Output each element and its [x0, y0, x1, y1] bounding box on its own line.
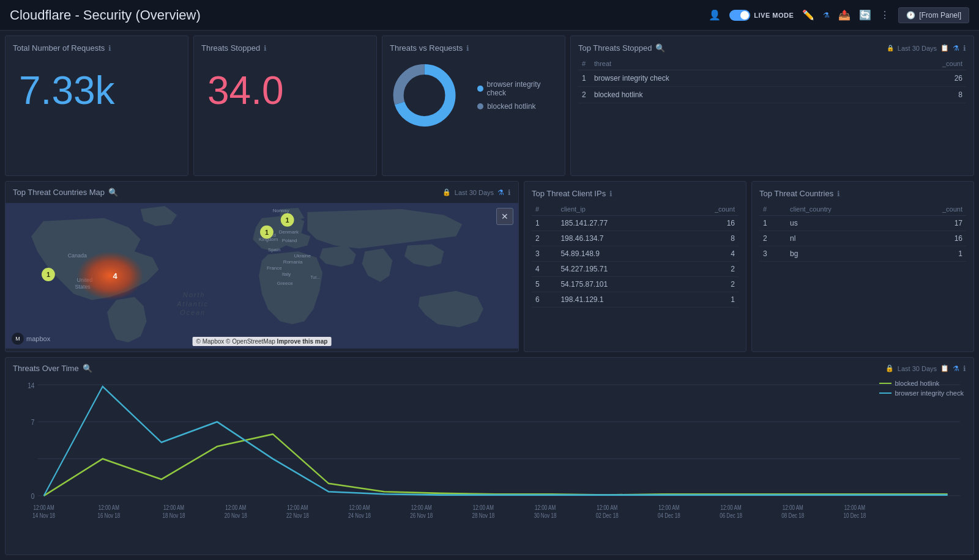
share-icon[interactable]: 📤: [838, 9, 851, 21]
top-threats-copy-icon[interactable]: 📋: [940, 44, 949, 52]
svg-text:10 Dec 18: 10 Dec 18: [843, 512, 866, 519]
map-title: Top Threat Countries Map: [13, 188, 105, 197]
threat-name: blocked hotlink: [590, 87, 872, 103]
ip-address: 54.175.87.101: [557, 277, 677, 292]
table-row: 4 54.227.195.71 2: [532, 262, 739, 277]
countries-panel: Top Threat Countries ℹ # client_country …: [751, 181, 974, 352]
ip-count: 2: [677, 277, 739, 292]
table-row: 2 blocked hotlink 8: [578, 87, 966, 103]
browser-legend-line: [879, 392, 892, 394]
country-count: 16: [901, 231, 966, 246]
top-threats-filter-icon[interactable]: ⚗: [953, 44, 959, 53]
row-num: 4: [532, 262, 557, 277]
improve-map-link[interactable]: Improve this map: [277, 338, 328, 345]
svg-text:Canada: Canada: [68, 252, 87, 259]
svg-text:18 Nov 18: 18 Nov 18: [163, 512, 185, 519]
threats-stopped-info-icon[interactable]: ℹ: [264, 44, 267, 53]
ip-address: 54.89.148.9: [557, 246, 677, 262]
svg-text:Poland: Poland: [282, 238, 297, 243]
top-threats-panel: Top Threats Stopped 🔍 🔒 Last 30 Days 📋 ⚗…: [570, 35, 974, 176]
total-requests-info-icon[interactable]: ℹ: [108, 44, 111, 53]
svg-text:Tur...: Tur...: [310, 275, 320, 279]
country-code: us: [786, 216, 901, 231]
map-close-button[interactable]: ✕: [496, 208, 513, 225]
time-filter-button[interactable]: 🕐 [From Panel]: [898, 7, 969, 23]
mapbox-logo: M mapbox: [12, 333, 50, 345]
map-filter-icon[interactable]: ⚗: [497, 188, 504, 197]
svg-text:1: 1: [286, 216, 289, 224]
refresh-icon[interactable]: 🔄: [859, 9, 871, 21]
total-requests-value: 7.33k: [13, 71, 181, 110]
hotlink-legend-line: [879, 383, 892, 384]
svg-text:26 Nov 18: 26 Nov 18: [410, 512, 433, 519]
svg-text:12:00 AM: 12:00 AM: [720, 504, 741, 511]
svg-text:08 Dec 18: 08 Dec 18: [781, 512, 804, 519]
user-icon[interactable]: 👤: [709, 9, 721, 21]
country-code: bg: [786, 246, 901, 262]
svg-text:Greece: Greece: [277, 281, 294, 286]
svg-text:12:00 AM: 12:00 AM: [99, 504, 119, 511]
row-num: 2: [578, 87, 590, 103]
threats-vs-requests-title: Threats vs Requests ℹ: [390, 43, 557, 53]
threats-vs-info-icon[interactable]: ℹ: [466, 44, 469, 53]
svg-text:1: 1: [47, 271, 50, 278]
col-count-header: _count: [901, 203, 966, 216]
filter-icon[interactable]: ⚗: [823, 11, 830, 20]
ip-address: 198.46.134.7: [557, 231, 677, 246]
ip-count: 1: [677, 292, 739, 308]
svg-text:12:00 AM: 12:00 AM: [658, 504, 679, 511]
svg-text:22 Nov 18: 22 Nov 18: [286, 512, 309, 519]
legend-blocked: blocked hotlink: [477, 102, 557, 111]
svg-text:0: 0: [31, 492, 35, 501]
country-count: 17: [901, 216, 966, 231]
client-ips-info-icon[interactable]: ℹ: [609, 190, 612, 198]
map-header: Top Threat Countries Map 🔍 🔒 Last 30 Day…: [6, 182, 518, 203]
edit-icon[interactable]: ✏️: [802, 9, 814, 21]
client-ips-panel: Top Threat Client IPs ℹ # client_ip _cou…: [524, 181, 746, 352]
col-threat-header: threat: [590, 57, 872, 70]
svg-text:12:00 AM: 12:00 AM: [597, 504, 617, 511]
legend-browser: browser integrity check: [477, 80, 557, 97]
browser-line: [44, 386, 948, 496]
row-num: 3: [759, 246, 786, 262]
svg-text:12:00 AM: 12:00 AM: [535, 504, 556, 511]
col-num-header: #: [759, 203, 786, 216]
total-requests-title: Total Number of Requests ℹ: [13, 43, 181, 53]
blob-count: 4: [113, 271, 117, 281]
row-num: 1: [759, 216, 786, 231]
threat-count: 8: [872, 87, 966, 103]
map-panel: Top Threat Countries Map 🔍 🔒 Last 30 Day…: [5, 181, 519, 352]
live-mode-toggle[interactable]: [729, 10, 750, 21]
countries-info-icon[interactable]: ℹ: [837, 190, 840, 198]
ip-count: 8: [677, 231, 739, 246]
svg-text:12:00 AM: 12:00 AM: [287, 504, 308, 511]
chart-magnify-icon[interactable]: 🔍: [83, 364, 92, 373]
client-ips-title: Top Threat Client IPs ℹ: [532, 189, 739, 198]
chart-info-icon[interactable]: ℹ: [963, 364, 966, 373]
map-container: North Atlantic Ocean Canada United State…: [6, 203, 518, 348]
map-magnify-icon[interactable]: 🔍: [108, 188, 118, 197]
table-row: 2 198.46.134.7 8: [532, 231, 739, 246]
clock-icon: 🕐: [906, 11, 915, 20]
svg-text:7: 7: [31, 418, 35, 427]
chart-filter-icon[interactable]: ⚗: [953, 364, 959, 373]
svg-text:1: 1: [265, 229, 269, 236]
map-lock-icon: 🔒: [442, 188, 451, 196]
main-content: Total Number of Requests ℹ 7.33k Threats…: [0, 31, 979, 560]
table-row: 2 nl 16: [759, 231, 966, 246]
map-info-icon[interactable]: ℹ: [508, 188, 511, 197]
svg-text:Romania: Romania: [283, 259, 303, 265]
row-num: 3: [532, 246, 557, 262]
chart-copy-icon[interactable]: 📋: [940, 364, 949, 372]
more-icon[interactable]: ⋮: [880, 9, 890, 21]
threat-count: 26: [872, 70, 966, 87]
ip-count: 4: [677, 246, 739, 262]
countries-table: # client_country _count 1 us 17 2 nl 16 …: [759, 203, 966, 262]
top-threats-magnify-icon[interactable]: 🔍: [655, 43, 665, 53]
uk-marker: 1: [260, 226, 274, 239]
svg-text:14 Nov 18: 14 Nov 18: [32, 512, 55, 519]
top-threats-info-icon[interactable]: ℹ: [963, 44, 966, 53]
svg-text:12:00 AM: 12:00 AM: [34, 504, 54, 511]
donut-legend: browser integrity check blocked hotlink: [477, 80, 557, 111]
table-row: 1 browser integrity check 26: [578, 70, 966, 87]
